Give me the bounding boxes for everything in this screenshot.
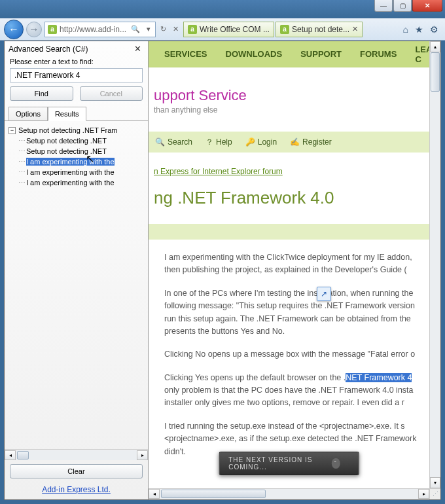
post-body: I am experimenting with the ClickTwice d… bbox=[149, 240, 429, 475]
nav-item[interactable]: SERVICES bbox=[164, 49, 207, 59]
window-close-button[interactable]: ✕ bbox=[412, 0, 442, 12]
refresh-button[interactable]: ↻ bbox=[158, 25, 168, 33]
vendor-link[interactable]: Add-in Express Ltd. bbox=[42, 485, 111, 494]
window-maximize-button[interactable]: ▢ bbox=[393, 0, 412, 12]
search-icon[interactable]: 🔍 bbox=[129, 25, 142, 33]
register-icon: ✍ bbox=[290, 137, 300, 147]
window-minimize-button[interactable]: — bbox=[374, 0, 393, 12]
forum-search[interactable]: 🔍Search bbox=[155, 137, 192, 147]
back-button[interactable]: ← bbox=[4, 20, 24, 39]
home-icon[interactable]: ⌂ bbox=[403, 24, 408, 35]
banner-text: THE NEXT VERSION IS COMING... bbox=[228, 456, 327, 471]
promo-banner[interactable]: THE NEXT VERSION IS COMING... ˄ bbox=[219, 452, 359, 475]
panel-tabs: Options Results bbox=[5, 106, 148, 121]
highlighted-match: NET Framework 4 bbox=[346, 373, 412, 382]
search-prompt-label: Please enter a text to find: bbox=[5, 56, 148, 68]
forum-login[interactable]: 🔑Login bbox=[245, 137, 277, 147]
tree-hscrollbar[interactable]: ◂ ▸ bbox=[5, 449, 148, 460]
tree-item[interactable]: ⋯I am experimenting with the bbox=[9, 156, 148, 167]
stop-button[interactable]: ✕ bbox=[171, 25, 181, 33]
breadcrumb-link[interactable]: n Express for Internet Explorer forum bbox=[154, 167, 283, 176]
scroll-left-icon[interactable]: ◂ bbox=[149, 489, 160, 499]
tree-item[interactable]: ⋯I am experimenting with the bbox=[9, 167, 148, 177]
browser-tab[interactable]: a Setup not dete... ✕ bbox=[276, 22, 363, 37]
post-paragraph: I am experimenting with the ClickTwice d… bbox=[164, 251, 423, 277]
search-input[interactable] bbox=[10, 68, 143, 82]
tab-favicon: a bbox=[188, 25, 197, 34]
tab-favicon: a bbox=[280, 25, 289, 34]
tree-root[interactable]: − Setup not detecting .NET Fram bbox=[9, 125, 148, 135]
page-hscrollbar[interactable]: ◂ ▸ bbox=[149, 488, 429, 499]
collapse-icon[interactable]: − bbox=[9, 127, 16, 134]
divider-stripe bbox=[149, 224, 429, 240]
address-bar[interactable]: a http://www.add-in... 🔍 ▾ bbox=[44, 22, 156, 37]
forum-register[interactable]: ✍Register bbox=[290, 137, 332, 147]
tab-options[interactable]: Options bbox=[9, 107, 48, 121]
tree-item[interactable]: ⋯I am experimenting with the bbox=[9, 177, 148, 188]
panel-title: Advanced Search (C#) bbox=[9, 45, 88, 54]
post-paragraph: In one of the PCs where I'm testing the … bbox=[164, 287, 423, 338]
window-titlebar: — ▢ ✕ bbox=[0, 0, 445, 18]
page-vscrollbar[interactable]: ▴ ▾ bbox=[429, 41, 440, 488]
forum-help[interactable]: ？Help bbox=[205, 137, 232, 148]
scroll-thumb[interactable] bbox=[161, 490, 266, 498]
post-paragraph: Clicking Yes opens up the default browse… bbox=[164, 372, 423, 410]
nav-item[interactable]: FORUMS bbox=[360, 49, 397, 59]
tree-item[interactable]: ⋯Setup not detecting .NET bbox=[9, 135, 148, 146]
thread-title: ng .NET Framework 4.0 bbox=[149, 180, 429, 224]
tab-strip: a Write Office COM ... a Setup not dete.… bbox=[183, 22, 397, 37]
scroll-thumb[interactable] bbox=[17, 451, 29, 459]
resize-grip-icon[interactable]: ⋰ bbox=[429, 488, 440, 499]
scroll-up-icon[interactable]: ▴ bbox=[430, 41, 440, 52]
clear-button[interactable]: Clear bbox=[10, 464, 143, 478]
tab-label: Setup not dete... bbox=[292, 25, 349, 34]
login-icon: 🔑 bbox=[245, 137, 255, 147]
page-viewport: SERVICES DOWNLOADS SUPPORT FORUMS LEARNI… bbox=[149, 41, 440, 499]
scroll-right-icon[interactable]: ▸ bbox=[137, 450, 148, 460]
browser-toolbar: ← → a http://www.add-in... 🔍 ▾ ↻ ✕ a Wri… bbox=[0, 18, 445, 41]
gear-icon[interactable]: ⚙ bbox=[430, 24, 438, 35]
post-paragraph: Clicking No opens up a message box with … bbox=[164, 348, 423, 361]
link-popup-icon[interactable]: ↗ bbox=[317, 287, 331, 301]
tab-close-icon[interactable]: ✕ bbox=[352, 25, 358, 33]
url-text: http://www.add-in... bbox=[60, 25, 126, 34]
browser-tab[interactable]: a Write Office COM ... bbox=[183, 22, 274, 37]
tab-results[interactable]: Results bbox=[48, 107, 86, 121]
nav-item[interactable]: LEARNING C bbox=[415, 45, 429, 64]
find-button[interactable]: Find bbox=[10, 86, 73, 101]
tree-item[interactable]: ⋯Setup not detecting .NET bbox=[9, 146, 148, 156]
site-nav: SERVICES DOWNLOADS SUPPORT FORUMS LEARNI… bbox=[149, 41, 429, 67]
chevron-up-icon[interactable]: ˄ bbox=[332, 458, 340, 469]
forum-toolbar: 🔍Search ？Help 🔑Login ✍Register bbox=[149, 132, 429, 153]
dropdown-icon[interactable]: ▾ bbox=[145, 25, 152, 33]
panel-footer: Add-in Express Ltd. bbox=[5, 482, 148, 499]
site-favicon: a bbox=[48, 25, 57, 34]
panel-close-icon[interactable]: ✕ bbox=[132, 44, 144, 54]
favorites-icon[interactable]: ★ bbox=[415, 24, 423, 35]
scroll-thumb[interactable] bbox=[431, 52, 440, 92]
scroll-right-icon[interactable]: ▸ bbox=[418, 489, 429, 499]
nav-item[interactable]: DOWNLOADS bbox=[226, 49, 283, 59]
page-subheading: than anything else bbox=[154, 105, 429, 115]
scroll-down-icon[interactable]: ▾ bbox=[430, 477, 440, 488]
page-heading: upport Service bbox=[154, 87, 429, 104]
advanced-search-panel: Advanced Search (C#) ✕ Please enter a te… bbox=[5, 41, 149, 499]
nav-item[interactable]: SUPPORT bbox=[300, 49, 342, 59]
search-icon: 🔍 bbox=[155, 137, 165, 147]
scroll-left-icon[interactable]: ◂ bbox=[5, 450, 16, 460]
tab-label: Write Office COM ... bbox=[200, 25, 270, 34]
help-icon: ？ bbox=[205, 137, 213, 148]
results-tree: − Setup not detecting .NET Fram ⋯Setup n… bbox=[5, 121, 148, 192]
forward-button[interactable]: → bbox=[26, 22, 42, 37]
cancel-button: Cancel bbox=[80, 86, 143, 101]
